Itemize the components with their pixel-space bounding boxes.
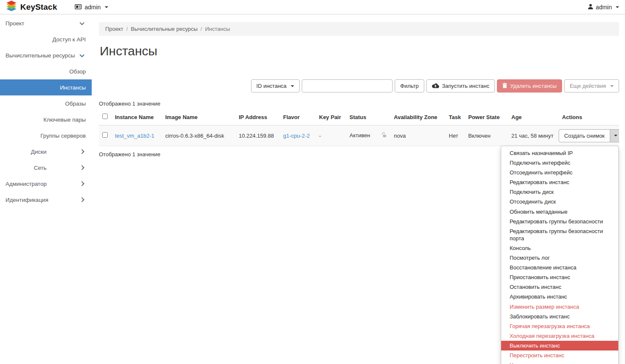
chevron-down-icon	[610, 85, 614, 87]
availability-zone-cell: nova	[390, 125, 445, 146]
menu-item-suspend-instance[interactable]: Остановить инстанс	[501, 282, 618, 292]
menu-item-edit-port-security-groups[interactable]: Редактировать группы безопасности порта	[501, 226, 618, 243]
flavor-link[interactable]: g1-cpu-2-2	[283, 133, 310, 139]
task-cell: Нет	[445, 125, 465, 146]
table-header-row: Instance Name Image Name IP Address Flav…	[99, 109, 619, 125]
menu-item-attach-volume[interactable]: Подключить диск	[501, 187, 618, 197]
sidebar: Проект Доступ к API Вычислительные ресур…	[0, 14, 92, 364]
menu-item-detach-interface[interactable]: Отсоединить интерфейс	[501, 168, 618, 177]
sidebar-item-api-access[interactable]: Доступ к API	[0, 31, 92, 47]
col-key-pair: Key Pair	[316, 109, 346, 125]
filter-input[interactable]	[302, 79, 393, 92]
delete-instances-button[interactable]: Удалить инстансы	[497, 79, 562, 92]
create-snapshot-button[interactable]: Создать снимок	[559, 129, 610, 142]
select-all-checkbox[interactable]	[102, 114, 108, 119]
user-menu[interactable]: admin	[588, 4, 619, 11]
col-status: Status	[346, 109, 390, 125]
menu-item-view-log[interactable]: Посмотреть лог	[501, 253, 618, 263]
breadcrumb-project[interactable]: Проект	[105, 26, 123, 32]
filter-button[interactable]: Фильтр	[395, 79, 424, 92]
breadcrumb-compute[interactable]: Вычислительные ресурсы	[131, 26, 197, 32]
breadcrumb-separator: /	[126, 26, 128, 32]
status-text: Активен	[349, 132, 370, 139]
breadcrumb-current: Инстансы	[205, 26, 230, 32]
menu-item-hard-reboot-instance[interactable]: Холодная перезагрузка инстанса	[501, 331, 618, 341]
menu-item-shelve-instance[interactable]: Архивировать инстанс	[501, 292, 618, 302]
menu-item-console[interactable]: Консоль	[501, 243, 618, 253]
project-card-icon	[75, 4, 82, 11]
top-navbar: KeyStack admin admin	[0, 0, 625, 14]
status-cell: Активен	[346, 125, 390, 146]
sidebar-item-label: Группы серверов	[41, 133, 86, 139]
ip-address-cell: 10.224.159.88	[235, 125, 280, 146]
col-instance-name: Instance Name	[112, 109, 162, 125]
brand[interactable]: KeyStack	[6, 0, 57, 14]
key-pair-cell: -	[316, 125, 346, 146]
menu-item-update-metadata[interactable]: Обновить метаданные	[501, 207, 618, 217]
menu-item-pause-instance[interactable]: Приостановить инстанс	[501, 272, 618, 282]
filter-button-label: Фильтр	[400, 83, 419, 89]
actions-cell: Создать снимок	[559, 125, 619, 146]
instances-table: Instance Name Image Name IP Address Flav…	[99, 109, 619, 146]
sidebar-item-instances[interactable]: Инстансы	[0, 79, 92, 95]
menu-item-resize-instance[interactable]: Изменить размер инстанса	[501, 302, 618, 312]
project-switcher-label: admin	[85, 4, 101, 11]
breadcrumb-separator: /	[201, 26, 202, 32]
chevron-down-icon	[614, 135, 617, 136]
user-icon	[588, 4, 593, 11]
col-age: Age	[508, 109, 559, 125]
menu-item-soft-reboot-instance[interactable]: Горячая перезагрузка инстанса	[501, 321, 618, 331]
row-checkbox[interactable]	[102, 132, 108, 138]
col-actions: Actions	[559, 109, 619, 125]
sidebar-group-label: Идентификация	[5, 197, 48, 203]
menu-item-detach-volume[interactable]: Отсоединить диск	[501, 197, 618, 206]
items-count-top: Отображено 1 значение	[99, 101, 619, 107]
chevron-down-icon	[79, 20, 84, 25]
menu-item-delete-instance[interactable]: Удалить инстанс	[501, 360, 618, 364]
menu-item-shut-off-instance[interactable]: Выключить инстанс	[501, 341, 618, 350]
sidebar-item-images[interactable]: Образы	[0, 95, 92, 111]
sidebar-item-overview[interactable]: Обзор	[0, 63, 92, 79]
row-action-split-button: Создать снимок	[559, 129, 619, 142]
col-image-name: Image Name	[162, 109, 235, 125]
sidebar-group-label: Вычислительные ресурсы	[5, 52, 75, 59]
col-task: Task	[445, 109, 465, 125]
sidebar-item-server-groups[interactable]: Группы серверов	[0, 128, 92, 144]
col-ip-address: IP Address	[235, 109, 280, 125]
menu-item-lock-instance[interactable]: Заблокировать инстанс	[501, 312, 618, 321]
menu-item-edit-instance[interactable]: Редактировать инстанс	[501, 177, 618, 187]
sidebar-group-volumes[interactable]: Диски	[0, 144, 92, 160]
sidebar-group-label: Администратор	[5, 181, 46, 187]
menu-item-attach-interface[interactable]: Подключить интерфейс	[501, 158, 618, 168]
row-actions-menu: Связать назначаемый IP Подключить интерф…	[501, 146, 619, 364]
sidebar-group-compute[interactable]: Вычислительные ресурсы	[0, 47, 92, 63]
sidebar-group-admin[interactable]: Администратор	[0, 176, 92, 192]
chevron-right-icon	[79, 165, 84, 170]
chevron-down-icon	[105, 6, 108, 8]
cloud-upload-icon	[432, 83, 439, 90]
sidebar-item-key-pairs[interactable]: Ключевые пары	[0, 111, 92, 128]
menu-item-associate-floating-ip[interactable]: Связать назначаемый IP	[501, 148, 618, 158]
launch-instance-label: Запустить инстанс	[442, 83, 489, 89]
user-menu-label: admin	[596, 4, 612, 11]
chevron-right-icon	[79, 149, 84, 154]
col-flavor: Flavor	[280, 109, 316, 125]
menu-item-edit-security-groups[interactable]: Редактировать группы безопасности	[501, 217, 618, 226]
more-actions-button[interactable]: Еще действия	[564, 79, 619, 92]
filter-field-label: ID инстанса	[257, 83, 287, 89]
project-switcher[interactable]: admin	[75, 4, 108, 11]
chevron-down-icon	[79, 52, 84, 57]
sidebar-group-label: Проект	[5, 20, 24, 27]
filter-field-selector[interactable]: ID инстанса	[251, 79, 300, 92]
menu-item-rescue-instance[interactable]: Восстановление инстанса	[501, 263, 618, 272]
page-title: Инстансы	[100, 44, 619, 58]
sidebar-group-network[interactable]: Сеть	[0, 160, 92, 176]
sidebar-group-project[interactable]: Проект	[0, 15, 92, 31]
row-actions-toggle[interactable]	[610, 129, 619, 142]
sidebar-group-label: Диски	[31, 149, 46, 155]
launch-instance-button[interactable]: Запустить инстанс	[426, 79, 495, 92]
delete-instances-label: Удалить инстансы	[510, 83, 557, 89]
menu-item-rebuild-instance[interactable]: Перестроить инстанс	[501, 350, 618, 360]
sidebar-group-identity[interactable]: Идентификация	[0, 192, 92, 208]
instance-name-link[interactable]: test_vm_a1b2-1	[115, 133, 154, 139]
